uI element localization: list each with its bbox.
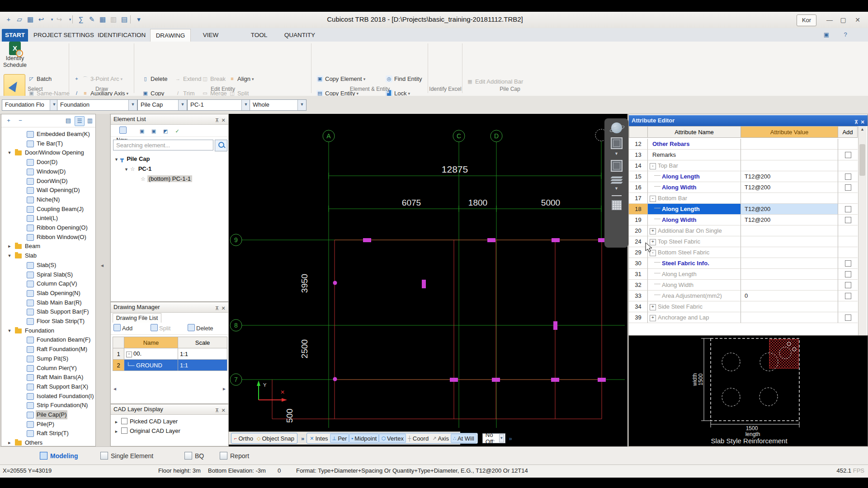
tab-view[interactable]: VIEW [197, 29, 224, 42]
chevron-down-icon[interactable]: ▼ [297, 100, 306, 110]
collapse-icon[interactable]: - [650, 196, 656, 202]
tab-drawing[interactable]: DRAWING [150, 29, 191, 42]
expand-icon[interactable]: ► [7, 438, 12, 446]
attribute-value-cell[interactable] [741, 160, 838, 171]
scroll-up-icon[interactable]: ▲ [860, 127, 864, 131]
expand-icon[interactable]: + [650, 228, 656, 235]
attribute-row-39[interactable]: 39+Anchorage and Lap [629, 312, 858, 323]
scroll-right-icon[interactable]: ► [222, 386, 226, 391]
attribute-value-cell[interactable] [741, 312, 838, 323]
tree-item-coupling-beam-j-[interactable]: Coupling Beam(J) [1, 205, 96, 214]
scope-selector[interactable]: Whole▼ [250, 99, 307, 111]
tree-item-doorwin-d-[interactable]: DoorWin(D) [1, 177, 96, 186]
workspace-tab-report[interactable]: Report [220, 450, 249, 461]
per-toggle[interactable]: ⊥Per [330, 434, 349, 443]
open-icon[interactable]: ▱ [14, 14, 24, 24]
tree-item-column-cap-v-[interactable]: Column Cap(V) [1, 279, 96, 288]
intes-toggle[interactable]: ✕Intes [308, 434, 330, 442]
verify-icon[interactable]: ✓ [172, 126, 182, 136]
drawing-canvas[interactable]: ACD9871287560751800500039502500500✕Y ⌐Or… [229, 114, 627, 446]
element-item-pc-1[interactable]: ▼☆PC-1 [111, 164, 153, 174]
drawing-row-ground[interactable]: 2└─ GROUND1:1 [113, 360, 227, 371]
tree-item-door-d-[interactable]: Door(D) [1, 158, 96, 167]
chevron-down-icon[interactable]: ▼ [241, 100, 250, 110]
tree-item-raft-strip-t-[interactable]: Raft Strip(T) [1, 429, 96, 438]
chevron-down-icon[interactable]: ▼ [499, 434, 504, 442]
pin-icon[interactable]: ⊼ [214, 116, 220, 125]
vertical-scrollbar[interactable]: ▲ ▼ [858, 126, 867, 345]
save-icon[interactable]: ▦ [25, 14, 35, 24]
tree-item-isolated-foundation-i-[interactable]: Isolated Foundation(I) [1, 392, 96, 401]
collapse-all-icon[interactable]: − [16, 116, 25, 125]
orbit-view-icon[interactable] [611, 122, 622, 133]
midpoint-toggle[interactable]: ▪Midpoint [349, 434, 379, 443]
attribute-value-cell[interactable] [741, 193, 838, 204]
cad-layer-item-picked[interactable]: ►Picked CAD Layer [114, 417, 178, 426]
collapse-icon[interactable]: ▼ [7, 148, 12, 157]
scroll-left-icon[interactable]: ◄ [113, 386, 117, 391]
checkbox[interactable] [845, 314, 851, 321]
tree-item-tie-bar-t-[interactable]: Tie Bar(T) [1, 139, 96, 148]
tree-item-ribbon-opening-o-[interactable]: Ribbon Opening(O) [1, 223, 96, 232]
close-icon[interactable]: ✕ [852, 15, 863, 25]
tree-item-embedded-beam-k-[interactable]: Embedded Beam(K) [1, 130, 96, 139]
element-item-pile-cap[interactable]: ▼┳Pile Cap [111, 154, 151, 164]
tree-item-raft-support-bar-x-[interactable]: Raft Support Bar(X) [1, 382, 96, 391]
tree-item-pile-cap-p-[interactable]: Pile Cap(P) [1, 410, 96, 419]
tree-item-lintel-l-[interactable]: Lintel(L) [1, 214, 96, 223]
vertex-toggle[interactable]: ⬡Vertex [379, 434, 406, 443]
new-element-button[interactable]: New▾ [113, 126, 134, 136]
find-entity-button[interactable]: ◎Find Entity [386, 75, 422, 86]
workspace-tab-modeling[interactable]: Modeling [40, 450, 78, 461]
pin-icon[interactable]: ⊼ [214, 304, 220, 313]
floor-selector[interactable]: Foundation Flo▼ [2, 99, 59, 111]
ortho-toggle[interactable]: ⌐Ortho [232, 434, 255, 442]
attribute-value-cell[interactable] [741, 301, 838, 312]
tree-item-raft-foundation-m-[interactable]: Raft Foundation(M) [1, 345, 96, 354]
tree-item-slab-support-bar-f-[interactable]: Slab Support Bar(F) [1, 307, 96, 316]
tree-item-ribbon-window-o-[interactable]: Ribbon Window(O) [1, 233, 96, 242]
detail-view-icon[interactable]: ▥ [85, 116, 94, 125]
layers-icon[interactable] [611, 176, 622, 184]
collapse-icon[interactable]: ▼ [7, 326, 12, 335]
new-icon[interactable]: + [4, 14, 14, 24]
more-snaps-icon[interactable]: » [301, 435, 304, 442]
redo-icon[interactable]: ↪ [54, 14, 64, 24]
coord-toggle[interactable]: ┼Coord [406, 434, 430, 442]
expand-icon[interactable]: ► [114, 420, 118, 424]
attribute-row-13[interactable]: 13Remarks [629, 150, 858, 160]
attribute-value-cell[interactable]: T12@200 [741, 204, 838, 215]
element-item--bottom-pc-1-1[interactable]: ☆(bottom) PC-1-1 [111, 174, 192, 183]
attribute-row-34[interactable]: 34+Side Steel Fabric [629, 301, 858, 312]
no-offset-dropdown[interactable]: No Off:▼ [482, 433, 505, 443]
batch-edit-icon[interactable]: ◩ [160, 126, 170, 136]
tree-item-slab-opening-n-[interactable]: Slab Opening(N) [1, 289, 96, 298]
toolbar-options-icon[interactable]: ▾ [134, 14, 144, 24]
expand-icon[interactable]: ► [114, 429, 118, 434]
scroll-thumb[interactable] [859, 144, 865, 176]
checkbox[interactable] [121, 418, 127, 424]
attribute-row-12[interactable]: 12Other Rebars [629, 139, 858, 150]
schedule-grid-icon[interactable] [612, 200, 622, 210]
delete-button[interactable]: ▯Delete [142, 75, 168, 86]
add-drawing-button[interactable]: Add [113, 324, 132, 333]
panel-collapse-strip[interactable]: ◄ [96, 114, 109, 446]
collapse-icon[interactable]: ▼ [114, 157, 118, 162]
attribute-row-32[interactable]: 32Along Width [629, 280, 858, 291]
tree-item-door-window-opening[interactable]: ▼Door/Window Opening [1, 148, 96, 157]
collapse-icon[interactable]: - [650, 163, 656, 169]
tab-start[interactable]: START [2, 29, 28, 42]
expand-all-icon[interactable]: + [4, 116, 13, 125]
checkbox[interactable] [845, 271, 851, 277]
attribute-row-31[interactable]: 31Along Length [629, 269, 858, 280]
attribute-value-cell[interactable]: 0 [741, 291, 838, 301]
tab-project-settings[interactable]: PROJECT SETTINGS [33, 29, 91, 42]
tree-item-slab[interactable]: ▼Slab [1, 251, 96, 260]
search-button[interactable] [215, 140, 227, 151]
expand-icon[interactable]: + [650, 315, 656, 321]
attribute-value-cell[interactable]: T12@200 [741, 171, 838, 182]
cube-view-icon[interactable] [611, 137, 623, 149]
minimize-icon[interactable]: ― [824, 15, 835, 25]
tree-item-beam[interactable]: ►Beam [1, 242, 96, 251]
close-icon[interactable]: ✕ [220, 304, 226, 313]
